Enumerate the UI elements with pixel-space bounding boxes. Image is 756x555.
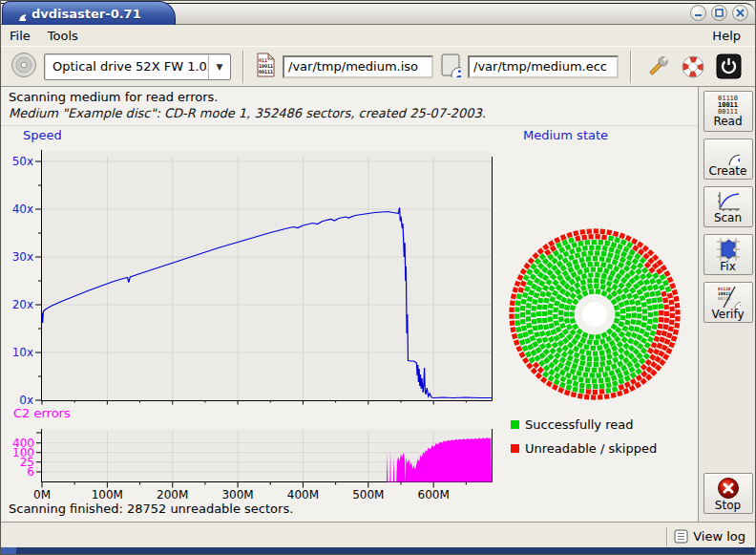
optical-drive-icon — [10, 52, 37, 82]
svg-text:400: 400 — [12, 437, 34, 450]
drive-select[interactable]: Optical drive 52X FW 1.02 ▼ — [44, 53, 231, 80]
maximize-button[interactable] — [711, 5, 727, 21]
legend-successfully-read: Successfully read — [511, 417, 633, 432]
statusbar-separator — [666, 527, 668, 546]
action-sidebar: 01110 10011 00111 Read Create Scan — [698, 87, 756, 522]
menu-tools[interactable]: Tools — [39, 27, 87, 45]
svg-text:0x: 0x — [19, 394, 33, 407]
statusbar: View log — [1, 522, 755, 550]
minimize-button[interactable] — [690, 5, 706, 21]
svg-text:100M: 100M — [92, 488, 123, 501]
read-icon: 01110 10011 00111 — [718, 96, 738, 116]
fix-button[interactable]: Fix — [704, 234, 753, 275]
ecc-file-icon — [440, 53, 461, 81]
scan-result-message: Scanning finished: 28752 unreadable sect… — [9, 502, 293, 516]
titlebar-tab[interactable]: dvdisaster-0.71 — [2, 1, 176, 25]
power-icon — [716, 53, 742, 79]
main-panel: Scanning medium for read errors. Medium … — [1, 87, 698, 522]
minimize-icon — [694, 9, 703, 17]
svg-text:30x: 30x — [12, 250, 33, 264]
close-button[interactable] — [732, 5, 748, 21]
chevron-down-icon: ▼ — [208, 54, 230, 79]
preferences-button[interactable] — [643, 53, 672, 81]
stop-button[interactable]: Stop — [704, 473, 753, 514]
drive-select-value: Optical drive 52X FW 1.02 — [45, 59, 208, 74]
stop-icon — [717, 477, 740, 500]
menu-file[interactable]: File — [1, 27, 39, 45]
svg-text:300M: 300M — [221, 488, 253, 501]
svg-text:50x: 50x — [12, 155, 33, 168]
iso-file-icon: 011 10011 00111 — [256, 53, 276, 81]
lifebuoy-icon — [680, 53, 706, 80]
help-button[interactable] — [679, 53, 707, 81]
create-yinyang-icon — [717, 142, 740, 165]
verify-icon: 01110 10011 00111 — [716, 286, 741, 309]
svg-text:00111: 00111 — [259, 69, 273, 75]
verify-button[interactable]: 01110 10011 00111 Verify — [704, 282, 753, 323]
log-list-icon — [674, 529, 688, 544]
maximize-icon — [715, 9, 724, 17]
svg-text:40x: 40x — [12, 203, 33, 216]
svg-text:400M: 400M — [287, 488, 319, 501]
menu-help[interactable]: Help — [704, 27, 749, 45]
view-log-button[interactable]: View log — [674, 529, 746, 544]
iso-path-input[interactable] — [283, 55, 433, 78]
toolbar: Optical drive 52X FW 1.02 ▼ 011 10011 00… — [1, 46, 755, 87]
toolbar-separator — [242, 51, 244, 83]
ecc-path-input[interactable] — [468, 55, 619, 78]
close-icon — [736, 9, 745, 17]
scan-button[interactable]: Scan — [704, 186, 753, 227]
read-button[interactable]: 01110 10011 00111 Read — [704, 91, 753, 132]
window-bottom-border — [1, 547, 755, 554]
app-yinyang-icon — [10, 6, 26, 21]
menubar: File Tools Help — [1, 26, 755, 46]
legend-unreadable-skipped: Unreadable / skipped — [511, 441, 657, 456]
create-button[interactable]: Create — [704, 139, 753, 180]
wrench-icon — [644, 53, 671, 80]
svg-text:20x: 20x — [12, 298, 33, 311]
window-title: dvdisaster-0.71 — [32, 7, 141, 21]
app-window: dvdisaster-0.71 File Tools Help Optical … — [0, 0, 756, 555]
toolbar-separator — [630, 51, 632, 83]
svg-text:10x: 10x — [12, 346, 33, 359]
green-swatch — [511, 420, 519, 429]
quit-button[interactable] — [714, 53, 743, 81]
fix-puzzle-icon — [717, 238, 740, 261]
svg-text:200M: 200M — [157, 488, 188, 501]
scan-chart-icon — [716, 191, 741, 212]
medium-info: Medium "Example disc": CD-R mode 1, 3524… — [9, 106, 486, 120]
svg-text:600M: 600M — [418, 488, 450, 501]
svg-text:0M: 0M — [33, 488, 51, 501]
svg-text:500M: 500M — [352, 488, 384, 501]
status-headline: Scanning medium for read errors. — [9, 90, 218, 104]
red-swatch — [511, 444, 519, 453]
